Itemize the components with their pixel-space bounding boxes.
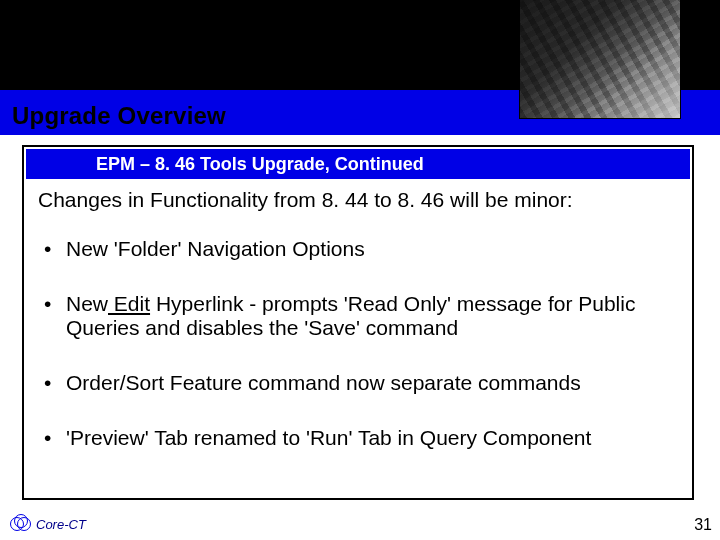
slide-title: Upgrade Overview (12, 102, 226, 130)
edit-hyperlink[interactable]: Edit (108, 292, 150, 315)
slide: Upgrade Overview EPM – 8. 46 Tools Upgra… (0, 0, 720, 540)
logo-text: Core-CT (36, 517, 86, 532)
bullet-list: New 'Folder' Navigation Options New Edit… (38, 237, 686, 451)
logo-rings-icon (10, 514, 34, 534)
page-number: 31 (694, 516, 712, 534)
bullet-pre: New (66, 292, 108, 315)
intro-line: Changes in Functionality from 8. 44 to 8… (38, 188, 686, 213)
keyboard-photo (520, 0, 680, 118)
logo-text-ct: CT (69, 517, 86, 532)
bullet-item: 'Preview' Tab renamed to 'Run' Tab in Qu… (38, 426, 686, 451)
subtitle-bar: EPM – 8. 46 Tools Upgrade, Continued (26, 149, 690, 179)
bullet-item: Order/Sort Feature command now separate … (38, 371, 686, 396)
logo-text-core: Core- (36, 517, 69, 532)
body-text: Changes in Functionality from 8. 44 to 8… (38, 188, 686, 481)
bullet-post: Hyperlink - prompts 'Read Only' message … (66, 292, 635, 340)
core-ct-logo: Core-CT (10, 514, 86, 534)
subtitle-text: EPM – 8. 46 Tools Upgrade, Continued (96, 154, 424, 175)
bullet-item: New Edit Hyperlink - prompts 'Read Only'… (38, 292, 686, 342)
bullet-item: New 'Folder' Navigation Options (38, 237, 686, 262)
